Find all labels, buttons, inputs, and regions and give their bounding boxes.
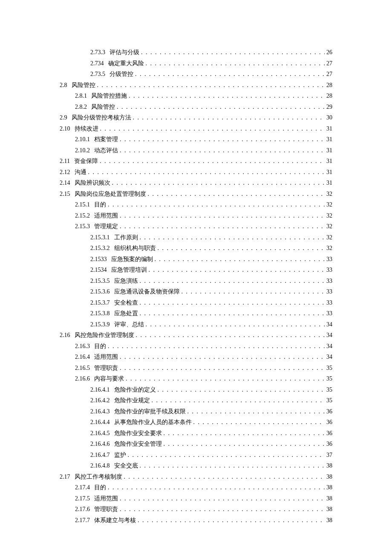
toc-entry-title: 管理职责 xyxy=(94,504,118,515)
toc-entry-page: 38 xyxy=(326,493,332,504)
toc-leader-dots xyxy=(140,276,325,287)
toc-leader-dots xyxy=(108,341,325,352)
toc-entry-number: 2.8 xyxy=(60,80,67,91)
toc-entry-page: 33 xyxy=(326,308,332,319)
toc-entry-page: 38 xyxy=(326,515,332,526)
toc-entry-page: 36 xyxy=(326,428,332,439)
toc-entry-number: 2.16.5 xyxy=(75,363,90,374)
toc-leader-dots xyxy=(141,47,325,58)
toc-entry-number: 2.9 xyxy=(60,112,67,123)
toc-leader-dots xyxy=(146,58,325,69)
toc-entry: 2.16.3目的34 xyxy=(60,341,332,352)
toc-entry: 2.15.3管理规定32 xyxy=(60,221,332,232)
toc-entry: 2.15.3.9评审、总结34 xyxy=(60,319,332,330)
toc-entry-title: 适用范围 xyxy=(94,210,118,221)
toc-leader-dots xyxy=(120,221,325,232)
toc-entry-page: 32 xyxy=(326,221,332,232)
toc-entry-title: 组织机构与职责 xyxy=(114,243,156,254)
toc-entry-number: 2.15.2 xyxy=(75,210,90,221)
toc-entry-page: 31 xyxy=(326,156,332,167)
toc-entry: 2.14风险辨识频次31 xyxy=(60,177,332,189)
toc-leader-dots xyxy=(187,406,325,417)
toc-entry-page: 35 xyxy=(326,395,332,406)
toc-entry-page: 31 xyxy=(326,177,332,189)
toc-entry-title: 沟通 xyxy=(75,167,86,178)
toc-entry-title: 应急管理培训 xyxy=(111,264,147,276)
toc-entry-page: 34 xyxy=(326,341,332,352)
toc-entry: 2.15风险岗位应急处置管理制度32 xyxy=(60,189,332,200)
toc-entry-number: 2.17.6 xyxy=(75,504,90,515)
toc-entry-number: 2.16.4.5 xyxy=(90,428,110,439)
toc-entry-title: 监护 xyxy=(114,450,126,461)
toc-entry-page: 36 xyxy=(326,417,332,428)
toc-leader-dots xyxy=(120,504,325,515)
toc-leader-dots xyxy=(124,471,325,482)
toc-entry-number: 2.16.4.8 xyxy=(90,460,110,471)
toc-entry-page: 31 xyxy=(326,123,332,134)
toc-entry-title: 风险辨识频次 xyxy=(75,177,110,189)
toc-entry: 2.15.3.5应急演练33 xyxy=(60,276,332,287)
toc-entry: 2.17.5适用范围38 xyxy=(60,493,332,504)
toc-entry-page: 32 xyxy=(326,232,332,243)
toc-leader-dots xyxy=(155,254,325,265)
toc-entry-title: 管理职责 xyxy=(94,363,118,374)
toc-entry-page: 28 xyxy=(326,80,332,91)
toc-entry-title: 目的 xyxy=(94,199,106,210)
toc-leader-dots xyxy=(133,112,325,123)
toc-entry: 2.12沟通31 xyxy=(60,167,332,178)
toc-leader-dots xyxy=(129,90,325,102)
toc-page: 2.73.3评估与分级262.734确定重大风险272.73.5分级管控272.… xyxy=(0,0,392,555)
toc-entry-title: 适用范围 xyxy=(94,352,118,363)
toc-entry: 2.11资金保障31 xyxy=(60,156,332,167)
toc-entry-number: 2.17 xyxy=(60,471,70,482)
toc-entry-number: 2.17.5 xyxy=(75,493,90,504)
toc-entry-title: 危险作业安全要求 xyxy=(114,428,162,439)
toc-entry-page: 29 xyxy=(326,102,332,113)
toc-entry: 2.15.3.1工作原则32 xyxy=(60,232,332,243)
toc-entry-title: 应急处置 xyxy=(114,308,138,319)
toc-entry-title: 动态评估 xyxy=(94,145,118,156)
toc-entry-number: 2.16.4.4 xyxy=(90,417,110,428)
toc-entry-number: 2.16.6 xyxy=(75,373,90,384)
toc-entry-number: 2.10 xyxy=(60,123,70,134)
toc-entry-title: 持续改进 xyxy=(75,123,98,134)
toc-leader-dots xyxy=(140,308,325,319)
toc-entry-title: 目的 xyxy=(94,482,106,493)
toc-entry: 2.8风险管控28 xyxy=(60,80,332,91)
toc-entry: 2.10.2动态评估31 xyxy=(60,145,332,156)
toc-entry-page: 34 xyxy=(326,352,332,363)
toc-entry-number: 2.16.4.2 xyxy=(90,395,110,406)
toc-entry: 2.16.4.6危险作业安全管理36 xyxy=(60,439,332,450)
toc-entry: 2.16.4.8安全交底38 xyxy=(60,460,332,471)
toc-entry-page: 33 xyxy=(326,264,332,276)
toc-leader-dots xyxy=(146,319,325,330)
toc-entry: 2.9风险分级管控考核方法30 xyxy=(60,112,332,123)
toc-entry-title: 工作原则 xyxy=(114,232,138,243)
toc-entry: 2.16.4.4从事危险作业人员的基本条件36 xyxy=(60,417,332,428)
toc-entry-page: 36 xyxy=(326,406,332,417)
toc-entry-page: 35 xyxy=(326,384,332,395)
toc-entry-page: 38 xyxy=(326,504,332,515)
toc-entry: 2.8.2风险管控29 xyxy=(60,102,332,113)
toc-entry: 2.17.4目的38 xyxy=(60,482,332,493)
toc-entry: 2.15.3.8应急处置33 xyxy=(60,308,332,319)
toc-entry-number: 2.734 xyxy=(90,58,104,69)
toc-entry-number: 2.16.4.3 xyxy=(90,406,110,417)
toc-entry-number: 2.16.3 xyxy=(75,341,90,352)
toc-entry-number: 2.10.1 xyxy=(75,134,90,145)
toc-entry: 2.15.3.7安全检查33 xyxy=(60,297,332,308)
toc-entry-page: 32 xyxy=(326,243,332,254)
toc-leader-dots xyxy=(164,428,325,439)
toc-entry-number: 2.17.7 xyxy=(75,515,90,526)
toc-entry-title: 危险作业规定 xyxy=(114,395,150,406)
toc-entry-number: 2.16.4 xyxy=(75,352,90,363)
toc-entry-page: 33 xyxy=(326,254,332,265)
toc-leader-dots xyxy=(112,177,325,189)
toc-entry-title: 资金保障 xyxy=(74,156,98,167)
toc-entry: 2.16.4适用范围34 xyxy=(60,352,332,363)
toc-entry-number: 2.8.1 xyxy=(75,90,87,102)
toc-entry-number: 2.73.5 xyxy=(90,69,105,80)
toc-leader-dots xyxy=(158,243,325,254)
toc-entry-title: 从事危险作业人员的基本条件 xyxy=(114,417,192,428)
toc-entry-title: 分级管控 xyxy=(110,69,133,80)
